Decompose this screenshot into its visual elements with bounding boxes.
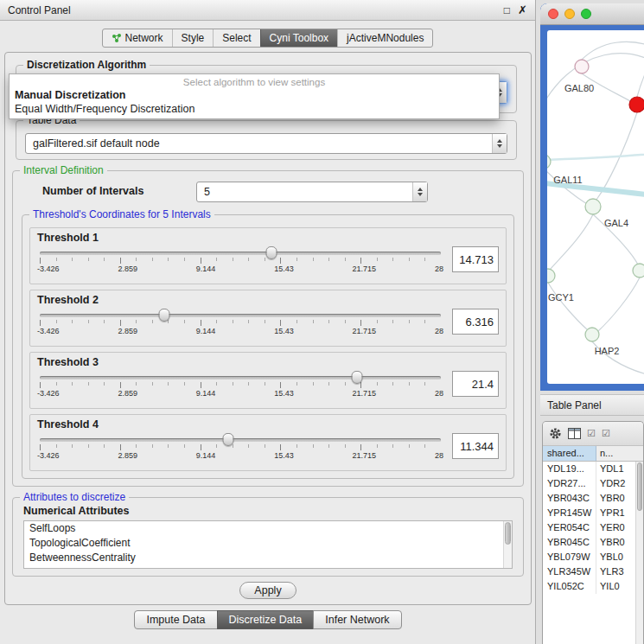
- network-node[interactable]: [633, 264, 644, 277]
- node-label: GAL11: [553, 175, 582, 185]
- cell[interactable]: YIL052C: [543, 579, 596, 594]
- node-label: GAL80: [564, 83, 594, 93]
- dropdown-option-manual-discretization[interactable]: Manual Discretization: [10, 88, 499, 102]
- network-node[interactable]: [585, 328, 599, 341]
- threshold-value-field[interactable]: 11.344: [452, 433, 499, 459]
- table-row[interactable]: YBL079WYBL0: [543, 550, 643, 564]
- float-window-icon[interactable]: □: [504, 4, 510, 16]
- network-edge[interactable]: [550, 214, 593, 270]
- slider-thumb[interactable]: [351, 371, 362, 384]
- group-title: Interval Definition: [20, 164, 107, 176]
- num-intervals-label: Number of Intervals: [42, 185, 143, 197]
- column-header-name[interactable]: n...: [596, 446, 643, 461]
- network-edge[interactable]: [548, 283, 587, 329]
- table-row[interactable]: YPR145WYPR1: [543, 506, 643, 520]
- tab-network[interactable]: Network: [103, 29, 172, 47]
- table-row[interactable]: YDR27...YDR2: [543, 476, 643, 491]
- tab-infer-network[interactable]: Infer Network: [313, 610, 401, 629]
- network-node[interactable]: [575, 60, 589, 73]
- network-edge[interactable]: [637, 41, 644, 97]
- control-panel-window: Control Panel □ ✗ Network Style Select C…: [0, 0, 536, 644]
- cell[interactable]: YDR27...: [543, 476, 596, 491]
- list-item[interactable]: SelfLoops: [24, 521, 512, 536]
- slider-track[interactable]: [40, 438, 441, 442]
- tick-label: 21.715: [353, 451, 377, 460]
- tab-select[interactable]: Select: [213, 29, 259, 47]
- slider-thumb[interactable]: [158, 309, 169, 322]
- network-edge[interactable]: [598, 277, 640, 331]
- tick-label: 9.144: [196, 451, 216, 460]
- network-node[interactable]: [547, 269, 555, 283]
- threshold-slider[interactable]: -3.426 2.859 9.144 15.43 21.715 28: [37, 245, 443, 273]
- list-item[interactable]: BetweennessCentrality: [24, 551, 512, 565]
- list-scrollbar[interactable]: [503, 521, 512, 568]
- table-row[interactable]: YBR045CYBR0: [543, 535, 643, 550]
- network-edge[interactable]: [582, 41, 644, 60]
- group-title: Discretization Algorithm: [23, 59, 150, 71]
- cell[interactable]: YDL19...: [543, 462, 596, 476]
- gear-icon[interactable]: [549, 427, 562, 440]
- table-row[interactable]: YLR345WYLR3: [543, 564, 643, 579]
- network-node-red[interactable]: [629, 97, 644, 112]
- cell[interactable]: YBR045C: [543, 535, 596, 550]
- cell[interactable]: YPR145W: [543, 506, 596, 520]
- slider-ticks: [40, 320, 441, 326]
- combobox-stepper-icon[interactable]: [412, 182, 427, 201]
- close-window-icon[interactable]: ✗: [518, 3, 527, 16]
- tick-label: 28: [435, 451, 443, 460]
- tab-impute-data[interactable]: Impute Data: [134, 610, 217, 629]
- num-intervals-combobox[interactable]: 5: [196, 182, 428, 202]
- table-row[interactable]: YER054CYER0: [543, 520, 643, 535]
- checkbox-icon[interactable]: ☑: [587, 429, 596, 438]
- dropdown-option-equal-width-frequency[interactable]: Equal Width/Frequency Discretization: [10, 102, 499, 116]
- close-traffic-light-icon[interactable]: [548, 9, 558, 19]
- numerical-attributes-list[interactable]: SelfLoops TopologicalCoefficient Between…: [23, 520, 513, 569]
- list-item[interactable]: TopologicalCoefficient: [24, 536, 512, 551]
- cell[interactable]: YER054C: [543, 520, 596, 535]
- table-row[interactable]: YDL19...YDL1: [543, 462, 643, 476]
- tab-style[interactable]: Style: [172, 29, 214, 47]
- network-edge-thick[interactable]: [547, 182, 644, 201]
- threshold-slider[interactable]: -3.426 2.859 9.144 15.43 21.715 28: [37, 432, 443, 460]
- network-graph[interactable]: GAL80 GAL11 GAL4 GCY1 HAP2: [547, 30, 644, 384]
- slider-thumb[interactable]: [223, 433, 234, 446]
- tick-label: 9.144: [196, 265, 216, 273]
- zoom-traffic-light-icon[interactable]: [581, 9, 591, 19]
- tab-cyni-toolbox[interactable]: Cyni Toolbox: [260, 29, 337, 47]
- scrollbar-thumb[interactable]: [637, 462, 642, 511]
- column-header-shared-name[interactable]: shared...: [543, 446, 596, 461]
- tab-label: Network: [125, 32, 163, 44]
- slider-ticks: [40, 444, 441, 450]
- table-scrollbar[interactable]: [635, 462, 643, 644]
- tab-discretize-data[interactable]: Discretize Data: [217, 610, 315, 629]
- slider-thumb[interactable]: [265, 246, 277, 259]
- tick-label: 21.715: [353, 327, 377, 335]
- threshold-value-field[interactable]: 21.4: [452, 371, 499, 397]
- apply-button[interactable]: Apply: [239, 582, 296, 599]
- slider-track[interactable]: [40, 252, 441, 255]
- slider-track[interactable]: [40, 376, 441, 379]
- cell[interactable]: YLR345W: [543, 564, 596, 579]
- tick-label: -3.426: [37, 451, 60, 460]
- tick-label: 28: [435, 265, 443, 273]
- cell[interactable]: YBL079W: [543, 550, 596, 564]
- network-node[interactable]: [547, 155, 551, 169]
- cell[interactable]: YBR043C: [543, 491, 596, 506]
- network-node[interactable]: [585, 199, 601, 214]
- threshold-slider[interactable]: -3.426 2.859 9.144 15.43 21.715 28: [37, 308, 443, 335]
- network-canvas[interactable]: GAL80 GAL11 GAL4 GCY1 HAP2: [547, 30, 644, 384]
- threshold-value-field[interactable]: 6.316: [452, 309, 499, 335]
- table-data-combobox[interactable]: galFiltered.sif default node: [25, 133, 507, 154]
- table-row[interactable]: YBR043CYBR0: [543, 491, 643, 506]
- combobox-stepper-icon[interactable]: [492, 134, 507, 153]
- columns-icon[interactable]: [568, 428, 581, 439]
- network-edge[interactable]: [547, 151, 644, 160]
- slider-track[interactable]: [40, 314, 441, 317]
- tab-jactivemnodules[interactable]: jActiveMNodules: [337, 29, 432, 47]
- table-row[interactable]: YIL052CYIL0: [543, 579, 643, 594]
- checkbox-icon[interactable]: ☑: [602, 429, 610, 438]
- minimize-traffic-light-icon[interactable]: [564, 9, 575, 19]
- scrollbar-thumb[interactable]: [505, 522, 511, 545]
- threshold-slider[interactable]: -3.426 2.859 9.144 15.43 21.715 28: [37, 370, 443, 398]
- threshold-value-field[interactable]: 14.713: [452, 246, 499, 272]
